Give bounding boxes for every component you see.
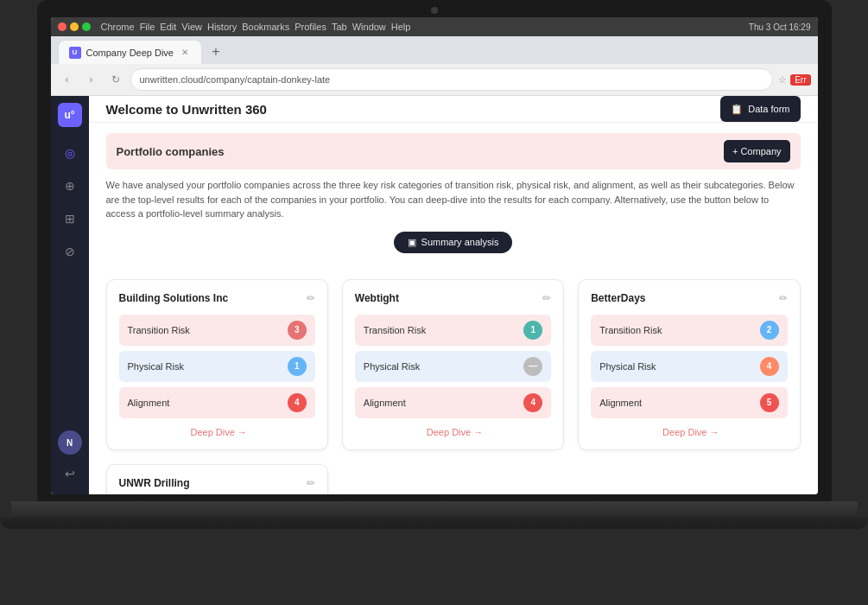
physical-risk-label: Physical Risk [364,361,420,372]
os-menu-window[interactable]: Window [352,22,386,32]
deep-dive-label: Deep Dive → [662,427,719,437]
sidebar-item-globe[interactable]: ⊕ [56,172,84,200]
portfolio-description: We have analysed your portfolio companie… [106,178,801,221]
summary-icon: ▣ [408,237,416,248]
tab-close-button[interactable]: ✕ [179,47,191,59]
browser-actions: ☆ Err [778,74,810,86]
laptop-foot [0,517,868,529]
portfolio-section: Portfolio companies + Company We have an… [89,123,818,494]
physical-risk-row[interactable]: Physical Risk 1 [119,351,315,382]
os-menu-tab[interactable]: Tab [332,22,347,32]
alignment-badge: 4 [288,393,307,412]
company-card-building-solutions: Building Solutions Inc ✏ Transition Risk… [106,279,328,450]
alignment-row[interactable]: Alignment 4 [355,387,551,418]
company-name: BetterDays [591,292,645,304]
screen-bezel: Chrome File Edit View History Bookmarks … [37,0,832,501]
physical-risk-row[interactable]: Physical Risk 4 [591,351,787,382]
alignment-row[interactable]: Alignment 4 [119,387,315,418]
address-bar: ‹ › ↻ unwritten.cloud/company/captain-do… [51,64,818,95]
os-time: Thu 3 Oct 16:29 [749,22,811,32]
active-tab[interactable]: U Company Deep Dive ✕ [58,40,203,64]
os-menu-help[interactable]: Help [391,22,411,32]
companies-grid: Building Solutions Inc ✏ Transition Risk… [106,279,801,464]
tab-bar: U Company Deep Dive ✕ + [51,36,818,64]
os-menu-profiles[interactable]: Profiles [295,22,326,32]
transition-risk-badge: 2 [760,321,779,340]
portfolio-title: Portfolio companies [117,145,225,158]
alignment-badge: 4 [523,393,542,412]
main-content: Welcome to Unwritten 360 📋 Data form Por… [89,96,818,494]
edit-icon[interactable]: ✏ [307,292,315,304]
traffic-lights [58,22,91,31]
maximize-button[interactable] [82,22,91,31]
card-header: UNWR Drilling ✏ [119,477,315,489]
alignment-label: Alignment [364,398,406,408]
alignment-label: Alignment [599,398,642,408]
url-bar[interactable]: unwritten.cloud/company/captain-donkey-l… [130,68,774,91]
os-menu-history[interactable]: History [207,22,237,32]
os-menu-edit[interactable]: Edit [160,22,176,32]
page-header: Welcome to Unwritten 360 📋 Data form [89,96,818,123]
close-button[interactable] [58,22,67,31]
edit-icon[interactable]: ✏ [542,292,551,304]
transition-risk-row[interactable]: Transition Risk 1 [355,315,551,346]
edit-icon[interactable]: ✏ [779,292,788,304]
company-card-betterdays: BetterDays ✏ Transition Risk 2 Physical … [578,279,800,450]
card-header: Webtight ✏ [355,292,551,304]
transition-risk-label: Transition Risk [364,325,426,335]
deep-dive-label: Deep Dive → [190,427,246,437]
physical-risk-badge: 4 [760,357,779,376]
url-text: unwritten.cloud/company/captain-donkey-l… [140,74,331,85]
os-menu-chrome[interactable]: Chrome [101,22,135,32]
transition-risk-row[interactable]: Transition Risk 2 [591,315,787,346]
os-bar: Chrome File Edit View History Bookmarks … [51,17,818,36]
laptop-base [11,501,858,517]
summary-label: Summary analysis [421,237,499,247]
os-menu-view[interactable]: View [181,22,202,32]
os-menu-file[interactable]: File [140,22,155,32]
transition-risk-row[interactable]: Transition Risk 3 [119,315,315,346]
screen: Chrome File Edit View History Bookmarks … [51,17,818,494]
edit-icon[interactable]: ✏ [307,477,315,489]
physical-risk-row[interactable]: Physical Risk — [355,351,551,382]
card-header: BetterDays ✏ [591,292,787,304]
companies-grid-row2: UNWR Drilling ✏ Transition Risk 2 Physic… [106,464,801,495]
error-badge: Err [790,74,810,86]
physical-risk-label: Physical Risk [599,361,656,372]
minimize-button[interactable] [70,22,79,31]
transition-risk-label: Transition Risk [599,325,662,335]
bookmark-icon[interactable]: ☆ [778,74,787,86]
back-button[interactable]: ‹ [58,70,77,89]
deep-dive-link[interactable]: Deep Dive → [591,427,787,437]
data-form-button[interactable]: 📋 Data form [720,96,800,122]
camera [431,7,438,14]
card-header: Building Solutions Inc ✏ [119,292,315,304]
summary-analysis-button[interactable]: ▣ Summary analysis [394,232,513,253]
sidebar-logo: u° [58,103,82,127]
new-tab-button[interactable]: + [204,40,228,64]
data-form-label: Data form [748,104,789,114]
sidebar-item-logout[interactable]: ↩ [56,460,84,487]
sidebar-item-compass[interactable]: ◎ [56,139,84,167]
company-card-unwr-drilling: UNWR Drilling ✏ Transition Risk 2 Physic… [106,464,328,495]
sidebar: u° ◎ ⊕ ⊞ ⊘ N ↩ [51,96,89,494]
sidebar-item-layers[interactable]: ⊞ [56,205,84,232]
deep-dive-link[interactable]: Deep Dive → [119,427,315,437]
alignment-row[interactable]: Alignment 5 [591,387,787,418]
deep-dive-link[interactable]: Deep Dive → [355,427,551,437]
physical-risk-badge: — [523,357,542,376]
transition-risk-badge: 1 [523,321,542,340]
sidebar-item-chart[interactable]: ⊘ [56,238,84,265]
company-name: Building Solutions Inc [119,292,229,304]
company-name: Webtight [355,292,399,304]
os-menu-bookmarks[interactable]: Bookmarks [242,22,289,32]
page-title: Welcome to Unwritten 360 [106,102,267,117]
avatar[interactable]: N [58,430,82,455]
tab-title: Company Deep Dive [86,48,174,58]
reload-button[interactable]: ↻ [106,70,125,89]
alignment-label: Alignment [128,398,170,408]
data-form-icon: 📋 [731,104,743,115]
add-company-button[interactable]: + Company [724,140,790,162]
forward-button[interactable]: › [82,70,101,89]
company-card-webtight: Webtight ✏ Transition Risk 1 Physical Ri… [342,279,564,450]
